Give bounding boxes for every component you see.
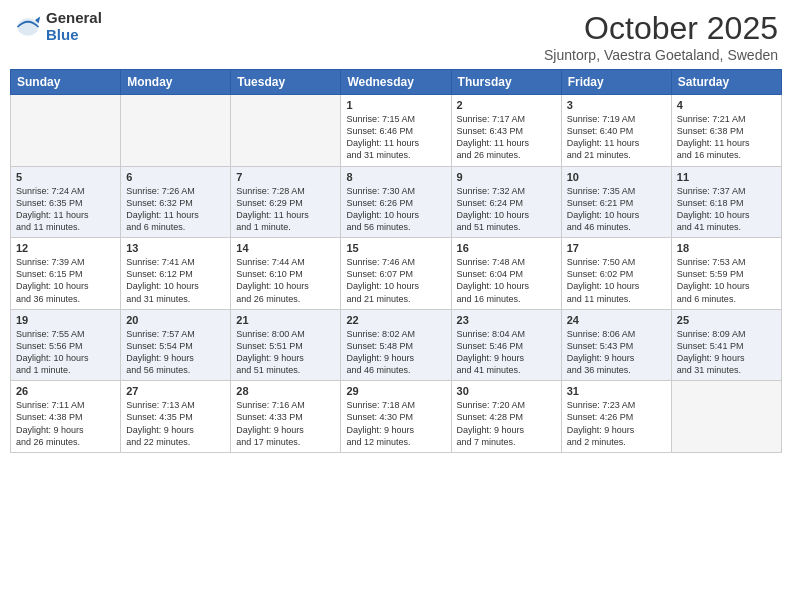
day-number: 2 [457, 99, 556, 111]
day-info: Sunrise: 7:21 AM Sunset: 6:38 PM Dayligh… [677, 113, 776, 162]
calendar-week-5: 26Sunrise: 7:11 AM Sunset: 4:38 PM Dayli… [11, 381, 782, 453]
day-number: 10 [567, 171, 666, 183]
day-number: 5 [16, 171, 115, 183]
logo-icon [14, 13, 42, 41]
calendar-cell: 30Sunrise: 7:20 AM Sunset: 4:28 PM Dayli… [451, 381, 561, 453]
day-number: 26 [16, 385, 115, 397]
calendar-cell: 10Sunrise: 7:35 AM Sunset: 6:21 PM Dayli… [561, 166, 671, 238]
calendar-cell: 26Sunrise: 7:11 AM Sunset: 4:38 PM Dayli… [11, 381, 121, 453]
calendar-week-3: 12Sunrise: 7:39 AM Sunset: 6:15 PM Dayli… [11, 238, 782, 310]
calendar-cell: 27Sunrise: 7:13 AM Sunset: 4:35 PM Dayli… [121, 381, 231, 453]
weekday-header-thursday: Thursday [451, 70, 561, 95]
day-info: Sunrise: 7:46 AM Sunset: 6:07 PM Dayligh… [346, 256, 445, 305]
day-info: Sunrise: 7:15 AM Sunset: 6:46 PM Dayligh… [346, 113, 445, 162]
day-info: Sunrise: 7:50 AM Sunset: 6:02 PM Dayligh… [567, 256, 666, 305]
calendar-cell: 8Sunrise: 7:30 AM Sunset: 6:26 PM Daylig… [341, 166, 451, 238]
day-info: Sunrise: 7:18 AM Sunset: 4:30 PM Dayligh… [346, 399, 445, 448]
day-number: 21 [236, 314, 335, 326]
day-info: Sunrise: 7:44 AM Sunset: 6:10 PM Dayligh… [236, 256, 335, 305]
day-number: 3 [567, 99, 666, 111]
title-block: October 2025 Sjuntorp, Vaestra Goetaland… [544, 10, 778, 63]
day-number: 23 [457, 314, 556, 326]
day-info: Sunrise: 7:30 AM Sunset: 6:26 PM Dayligh… [346, 185, 445, 234]
day-info: Sunrise: 7:26 AM Sunset: 6:32 PM Dayligh… [126, 185, 225, 234]
day-number: 12 [16, 242, 115, 254]
day-info: Sunrise: 7:39 AM Sunset: 6:15 PM Dayligh… [16, 256, 115, 305]
calendar-week-4: 19Sunrise: 7:55 AM Sunset: 5:56 PM Dayli… [11, 309, 782, 381]
weekday-header-friday: Friday [561, 70, 671, 95]
day-info: Sunrise: 7:32 AM Sunset: 6:24 PM Dayligh… [457, 185, 556, 234]
day-info: Sunrise: 7:28 AM Sunset: 6:29 PM Dayligh… [236, 185, 335, 234]
day-number: 6 [126, 171, 225, 183]
day-number: 4 [677, 99, 776, 111]
day-number: 15 [346, 242, 445, 254]
day-number: 30 [457, 385, 556, 397]
page-header: General Blue October 2025 Sjuntorp, Vaes… [10, 10, 782, 63]
calendar-week-1: 1Sunrise: 7:15 AM Sunset: 6:46 PM Daylig… [11, 95, 782, 167]
day-info: Sunrise: 7:23 AM Sunset: 4:26 PM Dayligh… [567, 399, 666, 448]
day-number: 31 [567, 385, 666, 397]
day-info: Sunrise: 7:55 AM Sunset: 5:56 PM Dayligh… [16, 328, 115, 377]
calendar-week-2: 5Sunrise: 7:24 AM Sunset: 6:35 PM Daylig… [11, 166, 782, 238]
calendar-table: SundayMondayTuesdayWednesdayThursdayFrid… [10, 69, 782, 453]
calendar-cell: 12Sunrise: 7:39 AM Sunset: 6:15 PM Dayli… [11, 238, 121, 310]
calendar-cell: 11Sunrise: 7:37 AM Sunset: 6:18 PM Dayli… [671, 166, 781, 238]
calendar-cell: 9Sunrise: 7:32 AM Sunset: 6:24 PM Daylig… [451, 166, 561, 238]
day-number: 1 [346, 99, 445, 111]
day-number: 7 [236, 171, 335, 183]
calendar-cell [11, 95, 121, 167]
day-info: Sunrise: 7:37 AM Sunset: 6:18 PM Dayligh… [677, 185, 776, 234]
calendar-cell: 18Sunrise: 7:53 AM Sunset: 5:59 PM Dayli… [671, 238, 781, 310]
day-number: 24 [567, 314, 666, 326]
day-number: 29 [346, 385, 445, 397]
calendar-cell: 14Sunrise: 7:44 AM Sunset: 6:10 PM Dayli… [231, 238, 341, 310]
calendar-cell [671, 381, 781, 453]
day-number: 17 [567, 242, 666, 254]
calendar-cell: 29Sunrise: 7:18 AM Sunset: 4:30 PM Dayli… [341, 381, 451, 453]
weekday-header-row: SundayMondayTuesdayWednesdayThursdayFrid… [11, 70, 782, 95]
day-number: 22 [346, 314, 445, 326]
calendar-cell: 6Sunrise: 7:26 AM Sunset: 6:32 PM Daylig… [121, 166, 231, 238]
day-info: Sunrise: 7:19 AM Sunset: 6:40 PM Dayligh… [567, 113, 666, 162]
day-info: Sunrise: 8:06 AM Sunset: 5:43 PM Dayligh… [567, 328, 666, 377]
calendar-cell: 28Sunrise: 7:16 AM Sunset: 4:33 PM Dayli… [231, 381, 341, 453]
day-number: 8 [346, 171, 445, 183]
day-number: 25 [677, 314, 776, 326]
logo-text: General Blue [46, 10, 102, 43]
day-number: 19 [16, 314, 115, 326]
day-number: 18 [677, 242, 776, 254]
day-info: Sunrise: 7:53 AM Sunset: 5:59 PM Dayligh… [677, 256, 776, 305]
logo-blue: Blue [46, 27, 102, 44]
month-title: October 2025 [544, 10, 778, 47]
weekday-header-wednesday: Wednesday [341, 70, 451, 95]
day-number: 9 [457, 171, 556, 183]
calendar-cell [231, 95, 341, 167]
calendar-cell: 2Sunrise: 7:17 AM Sunset: 6:43 PM Daylig… [451, 95, 561, 167]
logo: General Blue [14, 10, 102, 43]
calendar-cell [121, 95, 231, 167]
logo-general: General [46, 10, 102, 27]
calendar-cell: 23Sunrise: 8:04 AM Sunset: 5:46 PM Dayli… [451, 309, 561, 381]
calendar-cell: 7Sunrise: 7:28 AM Sunset: 6:29 PM Daylig… [231, 166, 341, 238]
day-number: 28 [236, 385, 335, 397]
calendar-cell: 3Sunrise: 7:19 AM Sunset: 6:40 PM Daylig… [561, 95, 671, 167]
weekday-header-sunday: Sunday [11, 70, 121, 95]
calendar-cell: 24Sunrise: 8:06 AM Sunset: 5:43 PM Dayli… [561, 309, 671, 381]
day-info: Sunrise: 7:11 AM Sunset: 4:38 PM Dayligh… [16, 399, 115, 448]
day-info: Sunrise: 7:35 AM Sunset: 6:21 PM Dayligh… [567, 185, 666, 234]
weekday-header-monday: Monday [121, 70, 231, 95]
day-info: Sunrise: 7:13 AM Sunset: 4:35 PM Dayligh… [126, 399, 225, 448]
calendar-cell: 31Sunrise: 7:23 AM Sunset: 4:26 PM Dayli… [561, 381, 671, 453]
calendar-cell: 5Sunrise: 7:24 AM Sunset: 6:35 PM Daylig… [11, 166, 121, 238]
calendar-cell: 21Sunrise: 8:00 AM Sunset: 5:51 PM Dayli… [231, 309, 341, 381]
day-number: 20 [126, 314, 225, 326]
day-number: 11 [677, 171, 776, 183]
calendar-cell: 15Sunrise: 7:46 AM Sunset: 6:07 PM Dayli… [341, 238, 451, 310]
day-info: Sunrise: 8:00 AM Sunset: 5:51 PM Dayligh… [236, 328, 335, 377]
day-info: Sunrise: 7:57 AM Sunset: 5:54 PM Dayligh… [126, 328, 225, 377]
day-number: 16 [457, 242, 556, 254]
calendar-cell: 20Sunrise: 7:57 AM Sunset: 5:54 PM Dayli… [121, 309, 231, 381]
weekday-header-saturday: Saturday [671, 70, 781, 95]
day-info: Sunrise: 8:09 AM Sunset: 5:41 PM Dayligh… [677, 328, 776, 377]
day-info: Sunrise: 8:02 AM Sunset: 5:48 PM Dayligh… [346, 328, 445, 377]
